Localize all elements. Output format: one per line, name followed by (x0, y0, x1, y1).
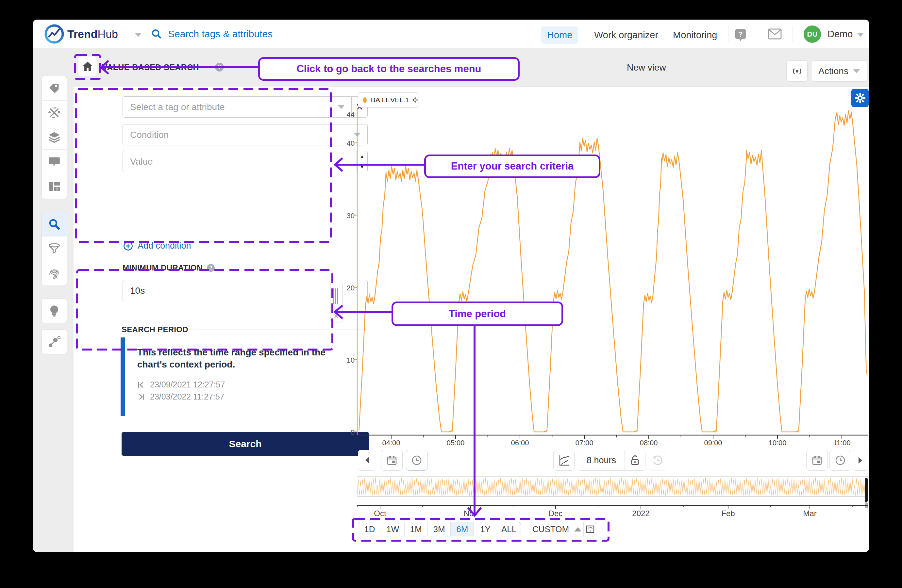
lock-duration-button[interactable] (625, 450, 645, 471)
y-tick-30: 30 (335, 212, 355, 220)
range-button-group: 1D 1W 1M 3M 6M 1Y ALL (358, 522, 521, 536)
back-callout: Click to go back to the searches menu (258, 57, 520, 81)
pan-left-button[interactable] (358, 450, 376, 471)
month-nov: Nov (454, 509, 487, 518)
fit-view-button[interactable] (584, 522, 597, 536)
month-2022: 2022 (625, 509, 657, 518)
x-tick-0900: 09:00 (697, 439, 730, 447)
app-window: TrendHub Search tags & attributes Home W… (33, 20, 869, 552)
gear-icon (855, 92, 866, 103)
time-end-button[interactable] (830, 450, 851, 471)
x-tick-0500: 05:00 (439, 439, 472, 447)
move-icon[interactable] (412, 96, 418, 104)
range-1w[interactable]: 1W (381, 522, 405, 536)
criteria-callout: Enter your search criteria (424, 155, 600, 178)
chart-settings-button[interactable] (851, 89, 869, 107)
y-tick-20: 20 (335, 284, 355, 292)
month-oct: Oct (364, 509, 396, 518)
series-name: BA:LEVEL.1 (371, 96, 409, 104)
y-tick-0: 0 (335, 428, 355, 437)
custom-range-button[interactable]: CUSTOM (531, 522, 584, 536)
duration-value[interactable]: 8 hours (578, 450, 625, 471)
time-start-button[interactable] (406, 450, 428, 471)
custom-label: CUSTOM (532, 524, 569, 535)
time-period-callout: Time period (391, 302, 563, 326)
history-button[interactable] (649, 450, 667, 471)
custom-range-group: CUSTOM (530, 522, 597, 536)
x-tick-0600: 06:00 (504, 439, 536, 447)
interpolation-button[interactable] (553, 450, 575, 471)
month-feb: Feb (712, 509, 744, 518)
x-tick-0800: 08:00 (633, 439, 665, 447)
y-tick-10: 10 (335, 356, 355, 364)
range-3m[interactable]: 3M (428, 522, 451, 536)
clock-icon (835, 455, 846, 466)
range-1d[interactable]: 1D (358, 522, 381, 536)
range-6m[interactable]: 6M (451, 522, 474, 536)
pan-right-button[interactable] (853, 450, 868, 471)
y-tick-40: 40 (335, 139, 355, 148)
x-tick-1100: 11:00 (825, 439, 858, 447)
x-tick-0700: 07:00 (568, 439, 601, 447)
history-icon (652, 455, 664, 466)
legend-chip[interactable]: BA:LEVEL.1 (358, 92, 418, 108)
month-dec: Dec (539, 509, 572, 518)
fit-screen-icon (586, 525, 595, 533)
calendar-icon (387, 455, 397, 466)
duration-control-group: 8 hours (578, 450, 645, 471)
range-1y[interactable]: 1Y (474, 522, 497, 536)
step-chart-icon (558, 454, 570, 466)
series-color-dot (363, 97, 367, 103)
calendar-icon (812, 455, 822, 466)
calendar-end-button[interactable] (806, 450, 828, 471)
clock-icon (411, 455, 422, 466)
month-mar: Mar (794, 509, 826, 518)
chevron-left-icon (364, 457, 370, 464)
chevron-right-icon (858, 457, 863, 464)
range-1m[interactable]: 1M (405, 522, 428, 536)
x-tick-1000: 10:00 (761, 439, 794, 447)
trend-chart[interactable] (33, 20, 869, 552)
calendar-start-button[interactable] (381, 450, 402, 471)
range-all[interactable]: ALL (497, 522, 521, 536)
chevron-up-icon (574, 527, 581, 532)
x-tick-0400: 04:00 (375, 439, 407, 447)
y-tick-44: 44 (335, 110, 355, 119)
unlock-icon (630, 455, 640, 466)
